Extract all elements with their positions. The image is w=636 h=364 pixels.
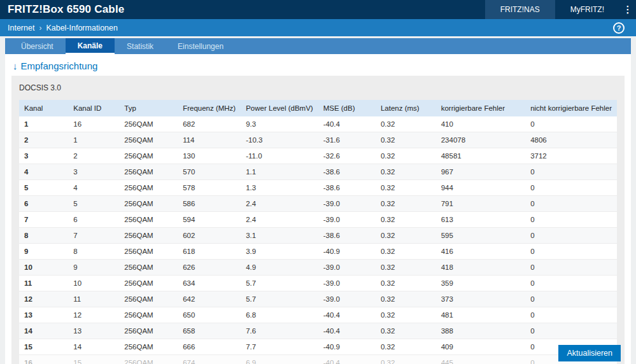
table-row: 1514256QAM6667.7-40.90.324090 (19, 339, 617, 355)
table-cell: 11 (68, 291, 119, 307)
table-cell: 8 (68, 244, 119, 260)
table-cell: 0.32 (376, 244, 436, 260)
tab-kan-le[interactable]: Kanäle (66, 38, 115, 54)
channel-table: KanalKanal IDTypFrequenz (MHz)Power Leve… (19, 100, 617, 364)
table-cell: 0.32 (376, 291, 436, 307)
table-cell: 0.32 (376, 132, 436, 148)
table-row: 1211256QAM6425.7-39.00.323730 (19, 291, 617, 307)
table-cell: 256QAM (119, 339, 178, 355)
table-cell: 4 (19, 164, 68, 180)
table-cell: 0 (525, 291, 617, 307)
table-cell: 0.32 (376, 228, 436, 244)
table-cell: 256QAM (119, 307, 178, 323)
table-cell: 618 (178, 244, 241, 260)
help-icon[interactable]: ? (613, 22, 625, 34)
table-cell: 642 (178, 291, 241, 307)
refresh-button[interactable]: Aktualisieren (558, 345, 621, 361)
table-cell: 256QAM (119, 355, 178, 364)
table-cell: 944 (436, 180, 525, 196)
table-cell: 578 (178, 180, 241, 196)
table-cell: -39.0 (318, 276, 376, 291)
table-row: 54256QAM5781.3-38.60.329440 (19, 180, 617, 196)
table-cell: 256QAM (119, 244, 178, 260)
table-cell: 3 (68, 164, 119, 180)
table-cell: 13 (68, 323, 119, 339)
table-cell: 12 (68, 307, 119, 323)
table-cell: -39.0 (318, 196, 376, 212)
table-cell: 666 (178, 339, 241, 355)
table-cell: 0 (525, 323, 617, 339)
table-cell: 256QAM (119, 196, 178, 212)
table-row: 98256QAM6183.9-40.90.324160 (19, 244, 617, 260)
table-cell: 5.7 (241, 276, 318, 291)
table-cell: 595 (436, 228, 525, 244)
table-row: 21256QAM114-10.3-31.60.322340784806 (19, 132, 617, 148)
table-cell: -38.6 (318, 180, 376, 196)
table-cell: 674 (178, 355, 241, 364)
table-cell: 2.4 (241, 196, 318, 212)
nav-myfritz[interactable]: MyFRITZ! (555, 0, 619, 19)
table-cell: -31.6 (318, 132, 376, 148)
table-cell: 256QAM (119, 180, 178, 196)
table-cell: 7 (19, 212, 68, 228)
table-cell: 256QAM (119, 228, 178, 244)
tab-statistik[interactable]: Statistik (115, 38, 166, 54)
breadcrumb-separator: › (39, 24, 41, 32)
docsis-version-label: DOCSIS 3.0 (19, 83, 617, 92)
table-cell: 4806 (525, 132, 617, 148)
table-cell: 256QAM (119, 148, 178, 164)
table-cell: 256QAM (119, 132, 178, 148)
table-cell: -40.4 (318, 355, 376, 364)
table-cell: 373 (436, 291, 525, 307)
table-cell: 7.7 (241, 339, 318, 355)
table-cell: 791 (436, 196, 525, 212)
table-cell: 0.32 (376, 323, 436, 339)
table-cell: 682 (178, 116, 241, 132)
table-cell: 410 (436, 116, 525, 132)
table-cell: 16 (68, 116, 119, 132)
table-cell: 5 (68, 196, 119, 212)
table-cell: 602 (178, 228, 241, 244)
table-cell: 586 (178, 196, 241, 212)
tab-einstellungen[interactable]: Einstellungen (166, 38, 236, 54)
table-cell: 114 (178, 132, 241, 148)
table-cell: 5.7 (241, 291, 318, 307)
table-cell: 967 (436, 164, 525, 180)
table-cell: -40.4 (318, 307, 376, 323)
kebab-menu-icon[interactable]: ⋮ (619, 0, 636, 19)
breadcrumb-item-internet[interactable]: Internet (8, 24, 34, 32)
table-cell: 613 (436, 212, 525, 228)
table-cell: -38.6 (318, 164, 376, 180)
table-cell: 234078 (436, 132, 525, 148)
table-cell: 418 (436, 260, 525, 276)
table-cell: 0 (525, 196, 617, 212)
table-cell: 1.1 (241, 164, 318, 180)
tab--bersicht[interactable]: Übersicht (9, 38, 66, 54)
table-cell: 4 (68, 180, 119, 196)
table-row: 109256QAM6264.9-39.00.324180 (19, 260, 617, 276)
table-cell: 5 (19, 180, 68, 196)
table-body: 116256QAM6829.3-40.40.32410021256QAM114-… (19, 116, 617, 364)
table-cell: -32.6 (318, 148, 376, 164)
column-header: Typ (119, 100, 178, 116)
table-cell: 2.4 (241, 212, 318, 228)
table-cell: 1 (68, 132, 119, 148)
table-cell: 570 (178, 164, 241, 180)
table-cell: 10 (68, 276, 119, 291)
table-cell: 9 (68, 260, 119, 276)
breadcrumb-item-kabel-informationen: Kabel-Informationen (46, 24, 118, 32)
table-cell: 14 (68, 339, 119, 355)
table-cell: 130 (178, 148, 241, 164)
table-cell: 3712 (525, 148, 617, 164)
table-cell: 0.32 (376, 164, 436, 180)
table-cell: 6.9 (241, 355, 318, 364)
table-cell: 1 (19, 116, 68, 132)
table-cell: 12 (19, 291, 68, 307)
column-header: Kanal (19, 100, 68, 116)
table-cell: 6 (68, 212, 119, 228)
table-header-row: KanalKanal IDTypFrequenz (MHz)Power Leve… (19, 100, 617, 116)
table-cell: 15 (19, 339, 68, 355)
table-cell: 409 (436, 339, 525, 355)
table-cell: 0 (525, 228, 617, 244)
nav-fritznas[interactable]: FRITZ!NAS (485, 0, 555, 19)
